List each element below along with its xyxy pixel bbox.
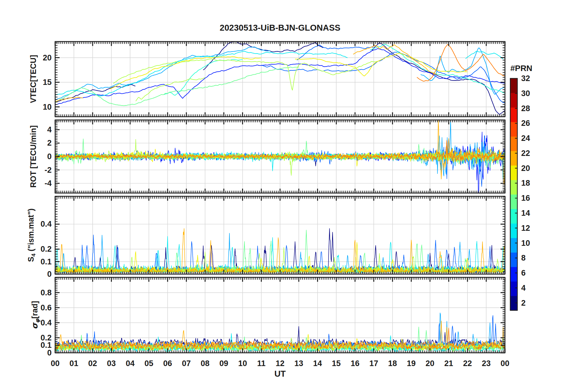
- colorbar-tick-label: 10: [521, 239, 530, 248]
- y-tick-label: 0: [47, 270, 52, 279]
- x-tick-label: 08: [201, 359, 209, 368]
- x-tick-label: 23: [482, 359, 491, 368]
- y-tick-label: -2: [45, 166, 52, 174]
- colorbar-tick-label: 14: [521, 209, 530, 218]
- x-tick-label: 00: [501, 359, 509, 368]
- y-tick-label: 10: [43, 103, 52, 111]
- colorbar-tick-label: 28: [521, 104, 530, 113]
- chart-title: 20230513-UiB-BJN-GLONASS: [55, 23, 505, 33]
- colorbar-tick-label: 6: [521, 269, 526, 277]
- x-tick-label: 11: [257, 359, 266, 368]
- y-tick-label: 0.1: [40, 257, 52, 266]
- x-tick-label: 17: [369, 359, 378, 368]
- colorbar-tick-label: 20: [521, 164, 530, 173]
- x-axis-label: UT: [55, 369, 505, 379]
- x-tick-label: 13: [294, 359, 303, 368]
- x-tick-label: 16: [351, 359, 360, 368]
- x-tick-label: 02: [88, 359, 97, 368]
- colorbar-tick-label: 16: [521, 194, 530, 202]
- colorbar-title: #PRN: [500, 64, 543, 73]
- y-tick-label: 0: [47, 348, 52, 357]
- x-tick-label: 15: [332, 359, 341, 368]
- colorbar: 3230282624222018161412108642: [510, 74, 530, 311]
- colorbar-tick-label: 30: [521, 89, 530, 98]
- y-tick-label: 0.1: [40, 341, 52, 350]
- x-tick-label: 09: [219, 359, 228, 368]
- chart-canvas: 101520-4-202400.10.20.400.10.20.40.60.80…: [0, 0, 561, 392]
- x-tick-label: 20: [426, 359, 434, 368]
- y-tick-label: 0.6: [40, 303, 52, 312]
- colorbar-tick-label: 18: [521, 179, 530, 187]
- y-tick-label: 0: [47, 152, 52, 161]
- x-tick-label: 00: [51, 359, 60, 368]
- x-tick-label: 12: [275, 359, 284, 368]
- x-tick-label: 06: [163, 359, 172, 368]
- colorbar-tick-label: 26: [521, 119, 530, 128]
- figure-container: 101520-4-202400.10.20.400.10.20.40.60.80…: [0, 0, 561, 392]
- x-tick-label: 18: [388, 359, 397, 368]
- colorbar-tick-label: 22: [521, 149, 530, 158]
- colorbar-tick-label: 4: [521, 284, 526, 292]
- y-tick-label: 4: [47, 125, 52, 134]
- y-tick-label: 0.2: [40, 333, 52, 342]
- x-tick-label: 22: [463, 359, 472, 368]
- colorbar-tick-label: 32: [521, 74, 530, 83]
- colorbar-tick-label: 24: [521, 134, 530, 143]
- y-tick-label: 0.4: [40, 318, 52, 327]
- x-tick-label: 03: [107, 359, 116, 368]
- y-tick-label: 15: [43, 78, 52, 87]
- y-tick-label: 0.2: [40, 245, 52, 253]
- x-tick-label: 21: [444, 359, 453, 368]
- x-tick-label: 01: [70, 359, 78, 368]
- y-axis-label-sigma-phi: σφ[rad]: [29, 262, 41, 368]
- x-tick-label: 19: [407, 359, 416, 368]
- y-tick-label: 0.4: [40, 220, 52, 228]
- colorbar-tick-label: 8: [521, 253, 526, 262]
- y-tick-label: 0.8: [40, 288, 52, 297]
- colorbar-tick-label: 2: [521, 299, 526, 307]
- y-tick-label: 20: [43, 53, 52, 62]
- x-tick-label: 14: [313, 359, 322, 368]
- x-tick-label: 10: [238, 359, 247, 368]
- colorbar-tick-label: 12: [521, 224, 530, 233]
- y-tick-label: -4: [45, 179, 52, 188]
- x-tick-label: 05: [145, 359, 153, 368]
- y-tick-label: 2: [47, 139, 52, 147]
- x-tick-label: 04: [126, 359, 134, 368]
- x-tick-label: 07: [182, 359, 191, 368]
